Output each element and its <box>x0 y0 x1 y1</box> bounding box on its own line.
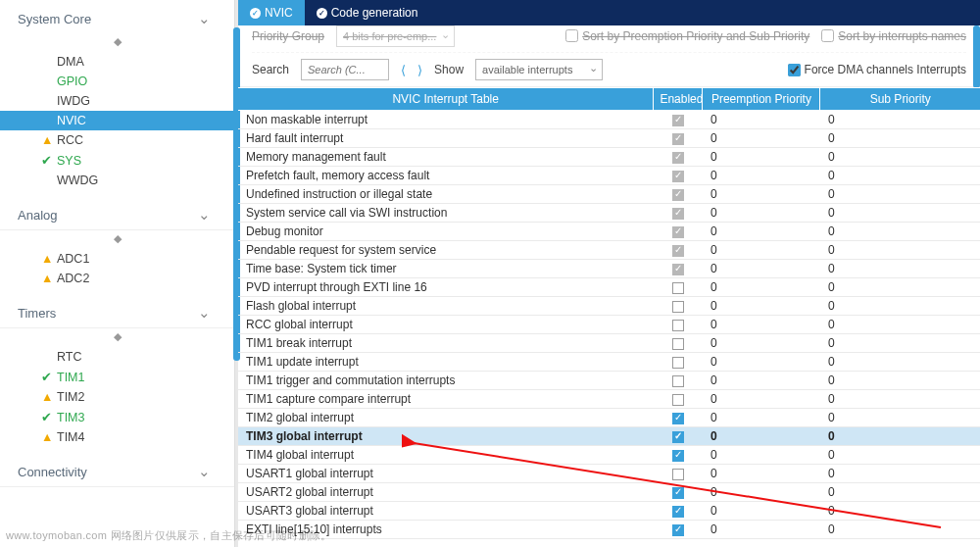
category-connectivity[interactable]: Connectivity⌄ <box>0 457 234 487</box>
preemption-value[interactable]: 0 <box>703 185 820 204</box>
priority-group-select[interactable]: 4 bits for pre-emp... <box>336 25 455 47</box>
subpriority-value[interactable]: 0 <box>820 521 980 539</box>
sort-names-checkbox[interactable]: Sort by interrupts names <box>821 29 966 43</box>
preemption-value[interactable]: 0 <box>703 148 820 167</box>
enabled-checkbox[interactable] <box>672 338 684 350</box>
table-row[interactable]: USART3 global interrupt 0 0 <box>238 502 980 521</box>
sidebar-item-gpio[interactable]: GPIO <box>0 72 234 91</box>
subpriority-value[interactable]: 0 <box>820 129 980 148</box>
preemption-value[interactable]: 0 <box>703 316 820 334</box>
enabled-checkbox[interactable] <box>672 469 684 480</box>
table-row[interactable]: TIM3 global interrupt 0 0 <box>238 427 980 446</box>
subpriority-value[interactable]: 0 <box>820 316 980 334</box>
table-row[interactable]: PVD interrupt through EXTI line 16 0 0 <box>238 278 980 297</box>
table-row[interactable]: Time base: System tick timer 0 0 <box>238 260 980 278</box>
preemption-value[interactable]: 0 <box>703 260 820 278</box>
interrupt-table-wrap[interactable]: NVIC Interrupt Table Enabled Preemption … <box>238 87 980 547</box>
table-row[interactable]: RCC global interrupt 0 0 <box>238 316 980 334</box>
search-input[interactable] <box>301 59 389 80</box>
sidebar-item-adc2[interactable]: ▲ADC2 <box>0 269 234 288</box>
subpriority-value[interactable]: 0 <box>820 111 980 129</box>
table-row[interactable]: Flash global interrupt 0 0 <box>238 297 980 316</box>
subpriority-value[interactable]: 0 <box>820 483 980 502</box>
preemption-value[interactable]: 0 <box>703 204 820 223</box>
subpriority-value[interactable]: 0 <box>820 297 980 316</box>
enabled-checkbox[interactable] <box>672 394 684 406</box>
table-row[interactable]: Undefined instruction or illegal state 0… <box>238 185 980 204</box>
preemption-value[interactable]: 0 <box>703 372 820 390</box>
subpriority-value[interactable]: 0 <box>820 167 980 185</box>
table-row[interactable]: TIM1 update interrupt 0 0 <box>238 353 980 372</box>
enabled-checkbox[interactable] <box>672 282 684 294</box>
enabled-checkbox[interactable] <box>672 450 684 462</box>
preemption-value[interactable]: 0 <box>703 446 820 465</box>
enabled-checkbox[interactable] <box>672 320 684 331</box>
enabled-checkbox[interactable] <box>672 524 684 536</box>
table-row[interactable]: TIM1 capture compare interrupt 0 0 <box>238 390 980 409</box>
preemption-value[interactable]: 0 <box>703 465 820 483</box>
subpriority-value[interactable]: 0 <box>820 353 980 372</box>
table-row[interactable]: Non maskable interrupt 0 0 <box>238 111 980 129</box>
subpriority-value[interactable]: 0 <box>820 223 980 241</box>
preemption-value[interactable]: 0 <box>703 129 820 148</box>
subpriority-value[interactable]: 0 <box>820 204 980 223</box>
table-row[interactable]: EXTI line[15:10] interrupts 0 0 <box>238 521 980 539</box>
sidebar-item-tim3[interactable]: ✔TIM3 <box>0 407 234 427</box>
preemption-value[interactable]: 0 <box>703 483 820 502</box>
category-analog[interactable]: Analog⌄ <box>0 200 234 230</box>
table-row[interactable]: Prefetch fault, memory access fault 0 0 <box>238 167 980 185</box>
enabled-checkbox[interactable] <box>672 506 684 518</box>
subpriority-value[interactable]: 0 <box>820 502 980 521</box>
subpriority-value[interactable]: 0 <box>820 148 980 167</box>
category-system-core[interactable]: System Core⌄ <box>0 4 234 33</box>
enabled-checkbox[interactable] <box>672 413 684 424</box>
category-sidebar[interactable]: System Core⌄◆DMAGPIOIWDGNVIC▲RCC✔SYSWWDG… <box>0 0 235 547</box>
force-dma-checkbox[interactable]: Force DMA channels Interrupts <box>788 63 966 76</box>
subpriority-value[interactable]: 0 <box>820 446 980 465</box>
enabled-checkbox[interactable] <box>672 357 684 369</box>
enabled-checkbox[interactable] <box>672 431 684 443</box>
sidebar-item-rtc[interactable]: RTC <box>0 347 234 367</box>
subpriority-value[interactable]: 0 <box>820 409 980 427</box>
preemption-value[interactable]: 0 <box>703 353 820 372</box>
subpriority-value[interactable]: 0 <box>820 241 980 260</box>
sidebar-item-rcc[interactable]: ▲RCC <box>0 130 234 150</box>
sidebar-item-tim4[interactable]: ▲TIM4 <box>0 427 234 447</box>
enabled-checkbox[interactable] <box>672 301 684 313</box>
subpriority-value[interactable]: 0 <box>820 465 980 483</box>
sidebar-item-tim2[interactable]: ▲TIM2 <box>0 387 234 407</box>
search-prev-icon[interactable]: ⟨ <box>401 63 406 77</box>
table-row[interactable]: Hard fault interrupt 0 0 <box>238 129 980 148</box>
preemption-value[interactable]: 0 <box>703 409 820 427</box>
sidebar-item-iwdg[interactable]: IWDG <box>0 91 234 111</box>
table-row[interactable]: TIM1 break interrupt 0 0 <box>238 334 980 353</box>
sidebar-item-nvic[interactable]: NVIC <box>0 111 234 130</box>
subpriority-value[interactable]: 0 <box>820 427 980 446</box>
preemption-value[interactable]: 0 <box>703 167 820 185</box>
preemption-value[interactable]: 0 <box>703 297 820 316</box>
table-row[interactable]: TIM2 global interrupt 0 0 <box>238 409 980 427</box>
sidebar-item-sys[interactable]: ✔SYS <box>0 150 234 171</box>
sidebar-item-tim1[interactable]: ✔TIM1 <box>0 367 234 387</box>
table-row[interactable]: Debug monitor 0 0 <box>238 223 980 241</box>
preemption-value[interactable]: 0 <box>703 334 820 353</box>
col-name[interactable]: NVIC Interrupt Table <box>238 88 654 111</box>
table-row[interactable]: System service call via SWI instruction … <box>238 204 980 223</box>
preemption-value[interactable]: 0 <box>703 111 820 129</box>
table-row[interactable]: TIM1 trigger and commutation interrupts … <box>238 372 980 390</box>
subpriority-value[interactable]: 0 <box>820 260 980 278</box>
sidebar-item-wwdg[interactable]: WWDG <box>0 171 234 190</box>
col-subpriority[interactable]: Sub Priority <box>820 88 980 111</box>
category-timers[interactable]: Timers⌄ <box>0 298 234 328</box>
preemption-value[interactable]: 0 <box>703 223 820 241</box>
preemption-value[interactable]: 0 <box>703 241 820 260</box>
sidebar-item-dma[interactable]: DMA <box>0 52 234 72</box>
subpriority-value[interactable]: 0 <box>820 334 980 353</box>
subpriority-value[interactable]: 0 <box>820 278 980 297</box>
subpriority-value[interactable]: 0 <box>820 372 980 390</box>
sidebar-item-adc1[interactable]: ▲ADC1 <box>0 249 234 269</box>
table-row[interactable]: USART2 global interrupt 0 0 <box>238 483 980 502</box>
table-row[interactable]: Memory management fault 0 0 <box>238 148 980 167</box>
subpriority-value[interactable]: 0 <box>820 185 980 204</box>
preemption-value[interactable]: 0 <box>703 427 820 446</box>
